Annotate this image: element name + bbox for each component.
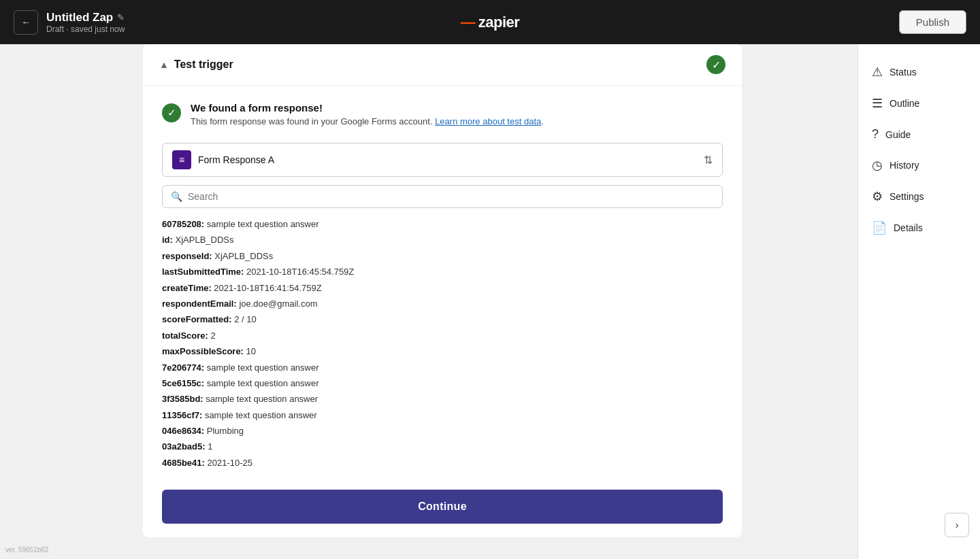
found-desc: This form response was found in your Goo… (191, 116, 544, 126)
guide-icon: ? (872, 127, 879, 141)
form-label: Form Response A (198, 154, 697, 165)
search-icon: 🔍 (171, 191, 182, 202)
content-panel: ▲ Test trigger ✓ ✓ We found a form respo… (143, 44, 742, 537)
list-item: responseId: XjAPLB_DDSs (162, 248, 723, 264)
details-icon: 📄 (872, 220, 887, 235)
back-icon: ← (21, 17, 30, 27)
history-icon: ◷ (872, 158, 883, 173)
search-input[interactable] (188, 191, 714, 202)
sidebar-item-outline[interactable]: ☰ Outline (858, 89, 980, 118)
sidebar-label-history: History (889, 160, 919, 171)
trigger-title: Test trigger (174, 58, 233, 71)
trigger-header: ▲ Test trigger ✓ (143, 44, 742, 86)
zap-title: Untitled Zap (46, 11, 113, 24)
found-area: ✓ We found a form response! This form re… (143, 86, 742, 143)
header: ← Untitled Zap ✎ Draft · saved just now … (0, 0, 980, 44)
form-icon: ≡ (172, 150, 191, 169)
edit-icon[interactable]: ✎ (117, 12, 125, 22)
data-list: 60785208: sample text question answerid:… (143, 216, 742, 481)
sidebar-label-outline: Outline (889, 98, 919, 109)
search-box: 🔍 (162, 185, 723, 208)
sidebar-item-settings[interactable]: ⚙ Settings (858, 182, 980, 211)
list-item: 5ce6155c: sample text question answer (162, 375, 723, 391)
found-check-icon: ✓ (167, 107, 176, 119)
sidebar-item-details[interactable]: 📄 Details (858, 214, 980, 242)
list-item: 3f3585bd: sample text question answer (162, 391, 723, 407)
form-doc-icon: ≡ (179, 154, 184, 165)
list-item: createTime: 2021-10-18T16:41:54.759Z (162, 280, 723, 296)
trigger-header-left: ▲ Test trigger (159, 58, 233, 71)
found-text: We found a form response! This form resp… (191, 102, 544, 126)
zap-title-row: Untitled Zap ✎ (46, 11, 125, 24)
sidebar-label-guide: Guide (885, 129, 911, 140)
version-text: ver. 59651b62 (5, 546, 48, 554)
logo: — zapier (461, 14, 520, 31)
form-response-dropdown[interactable]: ≡ Form Response A ⇅ (162, 143, 723, 177)
list-item: 11356cf7: sample text question answer (162, 407, 723, 423)
list-item: 03a2bad5: 1 (162, 439, 723, 454)
expand-button[interactable]: › (945, 513, 969, 537)
list-item: 7e206774: sample text question answer (162, 360, 723, 375)
zap-subtitle: Draft · saved just now (46, 24, 125, 34)
sidebar-label-settings: Settings (889, 191, 924, 202)
list-item: 60785208: sample text question answer (162, 216, 723, 232)
list-item: totalScore: 2 (162, 328, 723, 343)
list-item: scoreFormatted: 2 / 10 (162, 311, 723, 327)
right-sidebar: ⚠ Status ☰ Outline ? Guide ◷ History ⚙ S… (858, 44, 980, 559)
chevron-right-icon: › (956, 520, 959, 530)
found-title: We found a form response! (191, 102, 544, 114)
check-icon: ✓ (712, 58, 721, 71)
sidebar-item-status[interactable]: ⚠ Status (858, 58, 980, 86)
collapse-icon[interactable]: ▲ (159, 59, 169, 70)
status-icon: ⚠ (872, 65, 883, 80)
main-area: ▲ Test trigger ✓ ✓ We found a form respo… (0, 44, 858, 559)
header-left: ← Untitled Zap ✎ Draft · saved just now (14, 10, 125, 35)
zap-title-area: Untitled Zap ✎ Draft · saved just now (46, 11, 125, 34)
sidebar-item-history[interactable]: ◷ History (858, 151, 980, 180)
trigger-check-circle: ✓ (706, 55, 725, 74)
list-item: 4685be41: 2021-10-25 (162, 455, 723, 471)
logo-dash: — (461, 14, 476, 31)
publish-button[interactable]: Publish (899, 10, 966, 34)
found-link[interactable]: Learn more about test data (435, 116, 541, 126)
found-check-circle: ✓ (162, 103, 181, 122)
back-button[interactable]: ← (14, 10, 38, 35)
continue-btn-wrap: Continue (143, 481, 742, 537)
logo-text: zapier (478, 14, 520, 31)
list-item: 046e8634: Plumbing (162, 423, 723, 439)
continue-button[interactable]: Continue (162, 490, 723, 524)
sidebar-item-guide[interactable]: ? Guide (858, 120, 980, 148)
list-item: id: XjAPLB_DDSs (162, 232, 723, 248)
sidebar-label-status: Status (889, 67, 917, 78)
list-item: respondentEmail: joe.doe@gmail.com (162, 296, 723, 311)
outline-icon: ☰ (872, 96, 883, 111)
list-item: lastSubmittedTime: 2021-10-18T16:45:54.7… (162, 264, 723, 280)
settings-icon: ⚙ (872, 189, 883, 204)
layout: ▲ Test trigger ✓ ✓ We found a form respo… (0, 44, 980, 559)
chevron-updown-icon: ⇅ (704, 154, 713, 167)
sidebar-label-details: Details (894, 222, 923, 233)
list-item: maxPossibleScore: 10 (162, 343, 723, 359)
